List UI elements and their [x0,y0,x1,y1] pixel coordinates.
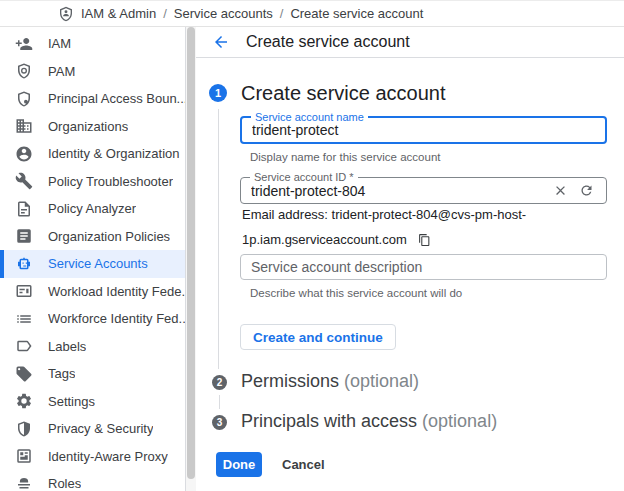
sidebar-item-label: Roles [48,476,81,491]
name-helper-text: Display name for this service account [250,151,440,163]
step-2-title[interactable]: Permissions (optional) [241,371,419,392]
main-panel: Create service account 1 Create service … [196,27,624,491]
tag-icon [15,365,33,383]
sidebar-item-policy-troubleshooter[interactable]: Policy Troubleshooter [0,168,185,196]
service-account-description-field [240,254,607,280]
service-account-description-input[interactable] [241,255,606,279]
sidebar-item-service-accounts[interactable]: Service Accounts [0,250,185,278]
breadcrumb-separator: / [280,6,284,21]
sidebar-item-label: Settings [48,394,95,409]
regenerate-id-icon[interactable] [579,183,594,198]
breadcrumb-item[interactable]: Service accounts [174,6,273,21]
shield-icon [15,420,33,438]
step-3-label: Principals with access [241,411,417,431]
service-account-name-label: Service account name [251,111,368,124]
step-3-optional: (optional) [422,411,497,431]
create-and-continue-button[interactable]: Create and continue [240,324,396,350]
step-2-badge: 2 [212,375,227,390]
sidebar-scrollbar[interactable] [186,27,196,491]
sidebar-item-settings[interactable]: Settings [0,388,185,416]
email-text-2: 1p.iam.gserviceaccount.com [242,232,407,247]
proxy-icon [15,447,33,465]
page-title: Create service account [246,33,410,51]
step-3-title[interactable]: Principals with access (optional) [241,411,497,432]
description-helper-text: Describe what this service account will … [250,287,462,299]
sidebar-item-tags[interactable]: Tags [0,360,185,388]
sidebar-item-label: Workload Identity Fede... [48,284,185,299]
sidebar-item-label: Organizations [48,119,128,134]
step-2-label: Permissions [241,371,339,391]
person-add-icon [15,35,33,53]
shield-circle-icon [15,62,33,80]
list-icon [15,310,33,328]
sidebar-item-organizations[interactable]: Organizations [0,113,185,141]
sidebar-item-roles[interactable]: Roles [0,470,185,491]
service-account-id-label: Service account ID * [250,171,358,184]
iam-admin-shield-icon [58,6,74,22]
sidebar-item-identity-organization[interactable]: Identity & Organization [0,140,185,168]
breadcrumb: IAM & Admin/Service accounts/Create serv… [81,6,423,21]
wrench-icon [15,172,33,190]
sidebar-item-label: IAM [48,36,71,51]
step-connector [219,395,220,409]
service-account-name-field: Service account name [240,116,607,144]
top-bar: IAM & Admin/Service accounts/Create serv… [0,1,624,27]
done-button[interactable]: Done [216,452,262,477]
cancel-button[interactable]: Cancel [282,452,325,477]
scrollbar-thumb[interactable] [187,27,195,479]
sidebar-item-policy-analyzer[interactable]: Policy Analyzer [0,195,185,223]
sidebar-item-workforce-identity-fed[interactable]: Workforce Identity Fed... [0,305,185,333]
step-1-badge: 1 [209,84,227,102]
sidebar-item-label: Privacy & Security [48,421,153,436]
sidebar-item-label: Policy Troubleshooter [48,174,173,189]
sidebar-item-principal-access-boun[interactable]: Principal Access Boun... [0,85,185,113]
sidebar-item-identity-aware-proxy[interactable]: Identity-Aware Proxy [0,443,185,471]
sidebar-item-label: Organization Policies [48,229,170,244]
email-address-line2: 1p.iam.gserviceaccount.com [242,232,431,247]
sidebar-item-label: Identity & Organization [48,146,180,161]
breadcrumb-item: Create service account [290,6,423,21]
gear-icon [15,392,33,410]
service-account-id-field: Service account ID * [240,177,607,204]
card-icon [15,282,33,300]
sidebar-item-iam[interactable]: IAM [0,30,185,58]
label-icon [15,337,33,355]
sidebar-item-label: PAM [48,64,75,79]
sidebar-item-label: Tags [48,366,75,381]
back-arrow-icon[interactable] [212,33,230,51]
sidebar-item-privacy-security[interactable]: Privacy & Security [0,415,185,443]
domain-icon [15,117,33,135]
doc-outline-icon [15,200,33,218]
doc-filled-icon [15,227,33,245]
breadcrumb-item[interactable]: IAM & Admin [81,6,156,21]
email-address-line1: Email address: trident-protect-804@cvs-p… [242,207,526,222]
sidebar-item-label: Identity-Aware Proxy [48,449,168,464]
sidebar-item-label: Service Accounts [48,256,148,271]
email-text-1: Email address: trident-protect-804@cvs-p… [242,207,526,222]
iam-admin-sidebar: IAM PAM Principal Access Boun... Organiz… [0,27,186,491]
step-2-optional: (optional) [344,371,419,391]
shield-gear-icon [15,90,33,108]
sidebar-item-label: Workforce Identity Fed... [48,311,185,326]
clear-icon[interactable] [553,183,568,198]
cloud-console-window: IAM & Admin/Service accounts/Create serv… [0,0,624,491]
sidebar-item-pam[interactable]: PAM [0,58,185,86]
sidebar-item-label: Labels [48,339,86,354]
breadcrumb-separator: / [163,6,167,21]
sidebar-item-labels[interactable]: Labels [0,333,185,361]
person-circle-icon [15,145,33,163]
roles-icon [15,475,33,491]
step-1-title: Create service account [241,82,446,105]
copy-icon[interactable] [418,233,431,247]
step-connector [218,109,219,369]
sidebar-item-label: Principal Access Boun... [48,91,185,106]
sidebar-item-workload-identity-fede[interactable]: Workload Identity Fede... [0,278,185,306]
sidebar-item-organization-policies[interactable]: Organization Policies [0,223,185,251]
step-3-badge: 3 [212,415,227,430]
sidebar-item-label: Policy Analyzer [48,201,136,216]
page-header: Create service account [196,27,624,58]
robot-icon [15,255,33,273]
